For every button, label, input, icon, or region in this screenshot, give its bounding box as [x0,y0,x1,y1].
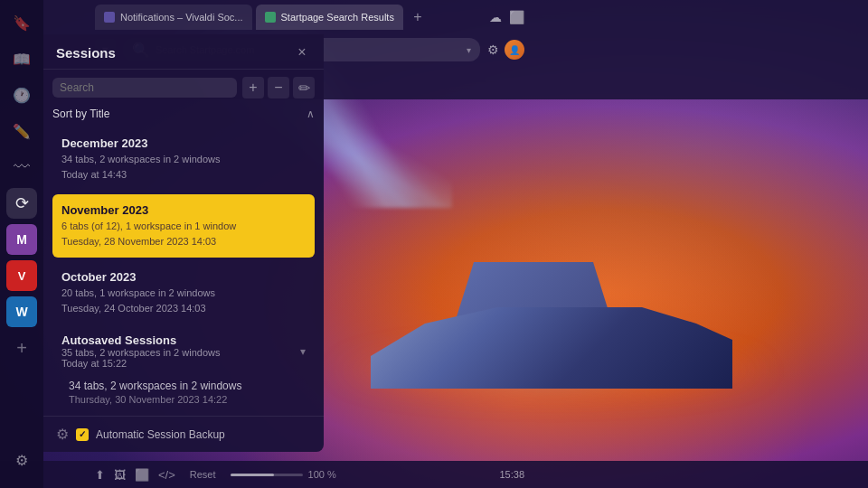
footer-settings-icon[interactable]: ⚙ [56,426,69,443]
session-detail-line1: 34 tabs, 2 workspaces in 2 windows [61,152,306,167]
autosaved-sub-detail: Thursday, 30 November 2023 14:22 [69,394,307,405]
session-detail-line2: Tuesday, 24 October 2023 14:03 [61,301,306,316]
window-icon[interactable]: ⬜ [509,10,524,24]
autosaved-sub-list: 34 tabs, 2 workspaces in 2 windows Thurs… [52,374,315,416]
session-detail-line2: Today at 14:43 [61,167,306,183]
sidebar-settings-icon[interactable]: ⚙ [6,445,37,475]
status-bar-icons: ⬆ 🖼 ⬜ </> [95,468,175,482]
session-title: December 2023 [61,136,306,150]
sidebar-rail: 🔖 📖 🕐 ✏️ 〰 ⟳ M V W + ⚙ [0,0,43,488]
sidebar-item-wiki[interactable]: W [6,296,37,327]
tab-label: Notifications – Vivaldi Soc... [120,12,243,23]
tab-notifications[interactable]: Notifications – Vivaldi Soc... [95,5,252,30]
autosaved-title: Autosaved Sessions [61,333,297,347]
status-time: 15:38 [499,469,524,480]
sidebar-item-history[interactable]: 🕐 [6,80,37,110]
tab-bar: Notifications – Vivaldi Soc... Startpage… [0,0,868,34]
session-item-october[interactable]: October 2023 20 tabs, 1 workspace in 2 w… [52,261,315,324]
sidebar-item-sessions[interactable]: ⟳ [6,188,37,219]
autosaved-chevron-icon[interactable]: ▾ [300,345,306,358]
search-row: + − ✏ [43,70,324,106]
sidebar-item-breaks[interactable]: 〰 [6,152,37,183]
search-actions: + − ✏ [242,77,315,99]
autosaved-sessions-header[interactable]: Autosaved Sessions 35 tabs, 2 workspaces… [52,328,315,374]
zoom-control: 100 % [231,469,336,480]
session-item-november[interactable]: November 2023 6 tabs (of 12), 1 workspac… [52,194,315,258]
edit-session-button[interactable]: ✏ [293,77,315,99]
session-detail-line1: 6 tabs (of 12), 1 workspace in 1 window [61,219,306,234]
sidebar-item-mail[interactable]: M [6,224,37,255]
zoom-slider[interactable] [231,474,303,476]
window-icon[interactable]: ⬜ [135,468,149,482]
tab-favicon [104,12,115,23]
image-icon[interactable]: 🖼 [114,468,126,482]
checkbox-check-icon: ✓ [79,429,86,439]
session-detail-line2: Tuesday, 28 November 2023 14:03 [61,234,306,249]
autosaved-sub-item-1[interactable]: 34 tabs, 2 workspaces in 2 windows Thurs… [61,374,315,410]
sidebar-item-vivaldi[interactable]: V [6,260,37,291]
panel-footer: ⚙ ✓ Automatic Session Backup [43,416,324,452]
session-title: October 2023 [61,270,306,284]
sessions-search-input[interactable] [60,81,230,94]
remove-session-button[interactable]: − [268,77,289,99]
search-dropdown-arrow[interactable]: ▾ [467,45,471,55]
autosaved-detail-line1: 35 tabs, 2 workspaces in 2 windows [61,347,297,358]
sidebar-item-reading-list[interactable]: 📖 [6,43,37,74]
panel-close-button[interactable]: × [293,43,311,61]
upload-icon[interactable]: ⬆ [95,468,105,482]
sessions-panel: Sessions × + − ✏ Sort by Title ∧ Decembe… [43,34,324,452]
autosaved-sub-title: 34 tabs, 2 workspaces in 2 windows [69,380,307,392]
sidebar-item-bookmark[interactable]: 🔖 [6,7,37,38]
session-title: November 2023 [61,203,306,217]
settings-icon[interactable]: ⚙ [487,42,499,57]
tab-favicon [265,12,276,23]
tab-label: Startpage Search Results [281,12,394,23]
autosaved-detail-line2: Today at 15:22 [61,358,297,369]
address-bar-right: ⚙ 👤 [487,40,524,60]
sidebar-item-add-panel[interactable]: + [6,333,37,363]
status-bar: ⬆ 🖼 ⬜ </> Reset 100 % 15:38 [0,461,868,488]
auto-backup-checkbox[interactable]: ✓ [76,428,89,441]
cloud-icon[interactable]: ☁ [489,10,502,24]
reset-button[interactable]: Reset [190,469,216,480]
tab-bar-right: ☁ ⬜ [489,10,524,24]
panel-title: Sessions [56,45,293,61]
sidebar-item-notes[interactable]: ✏️ [6,116,37,146]
new-tab-button[interactable]: + [407,6,429,28]
sessions-list: December 2023 34 tabs, 2 workspaces in 2… [43,127,324,416]
user-avatar[interactable]: 👤 [505,40,524,60]
sort-chevron-icon[interactable]: ∧ [307,108,315,120]
sort-row[interactable]: Sort by Title ∧ [43,106,324,127]
search-input-wrap [52,78,237,98]
add-session-button[interactable]: + [242,77,264,99]
tab-startpage[interactable]: Startpage Search Results [256,5,403,30]
session-item-december[interactable]: December 2023 34 tabs, 2 workspaces in 2… [52,127,315,191]
session-detail-line1: 20 tabs, 1 workspace in 2 windows [61,286,306,301]
zoom-percent: 100 % [308,469,336,480]
code-icon[interactable]: </> [158,468,175,482]
panel-header: Sessions × [43,34,324,70]
car-illustration [326,217,778,416]
sort-label: Sort by Title [52,108,303,120]
auto-backup-label: Automatic Session Backup [96,428,225,441]
